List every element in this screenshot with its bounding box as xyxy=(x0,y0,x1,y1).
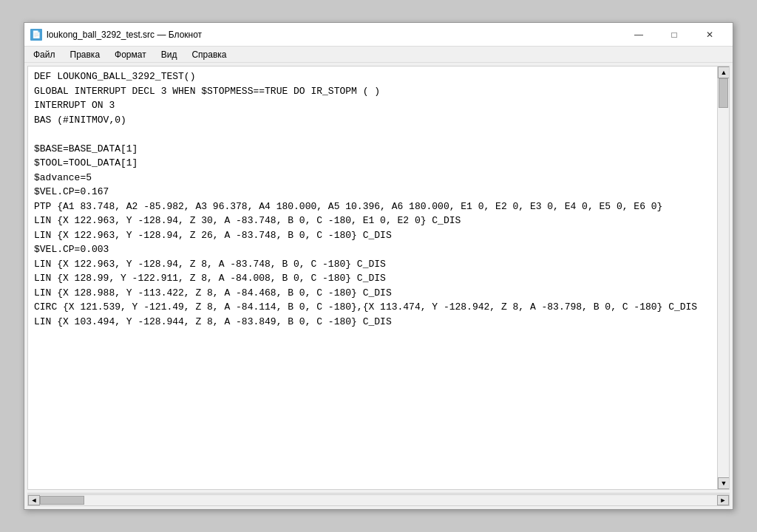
menu-view[interactable]: Вид xyxy=(155,48,183,61)
bottom-bar: ◄ ► xyxy=(27,493,730,506)
title-bar: 📄 loukong_ball_3292_test.src — Блокнот —… xyxy=(24,23,733,47)
scroll-track-v[interactable] xyxy=(718,78,729,477)
menu-help[interactable]: Справка xyxy=(186,48,232,61)
close-button[interactable]: ✕ xyxy=(693,24,727,45)
scroll-left-button[interactable]: ◄ xyxy=(28,495,40,505)
menu-format[interactable]: Формат xyxy=(109,48,152,61)
menu-edit[interactable]: Правка xyxy=(64,48,106,61)
scroll-up-button[interactable]: ▲ xyxy=(718,66,730,78)
title-bar-left: 📄 loukong_ball_3292_test.src — Блокнот xyxy=(30,29,202,41)
minimize-button[interactable]: — xyxy=(622,24,656,45)
vertical-scrollbar[interactable]: ▲ ▼ xyxy=(717,66,729,489)
menu-bar: Файл Правка Формат Вид Справка xyxy=(24,47,733,63)
scroll-thumb-v[interactable] xyxy=(719,78,728,108)
maximize-button[interactable]: □ xyxy=(657,24,691,45)
horizontal-scrollbar[interactable]: ◄ ► xyxy=(27,494,730,506)
title-bar-buttons: — □ ✕ xyxy=(622,24,727,45)
scroll-right-button[interactable]: ► xyxy=(717,495,729,505)
scroll-track-h[interactable] xyxy=(40,495,717,505)
menu-file[interactable]: Файл xyxy=(27,48,61,61)
editor-container: DEF LOUKONG_BALL_3292_TEST() GLOBAL INTE… xyxy=(27,66,730,490)
editor-content[interactable]: DEF LOUKONG_BALL_3292_TEST() GLOBAL INTE… xyxy=(28,66,717,489)
window-title: loukong_ball_3292_test.src — Блокнот xyxy=(47,30,202,40)
scroll-thumb-h[interactable] xyxy=(40,496,84,505)
scroll-down-button[interactable]: ▼ xyxy=(718,477,730,489)
app-icon: 📄 xyxy=(30,29,42,41)
main-window: 📄 loukong_ball_3292_test.src — Блокнот —… xyxy=(24,22,733,510)
